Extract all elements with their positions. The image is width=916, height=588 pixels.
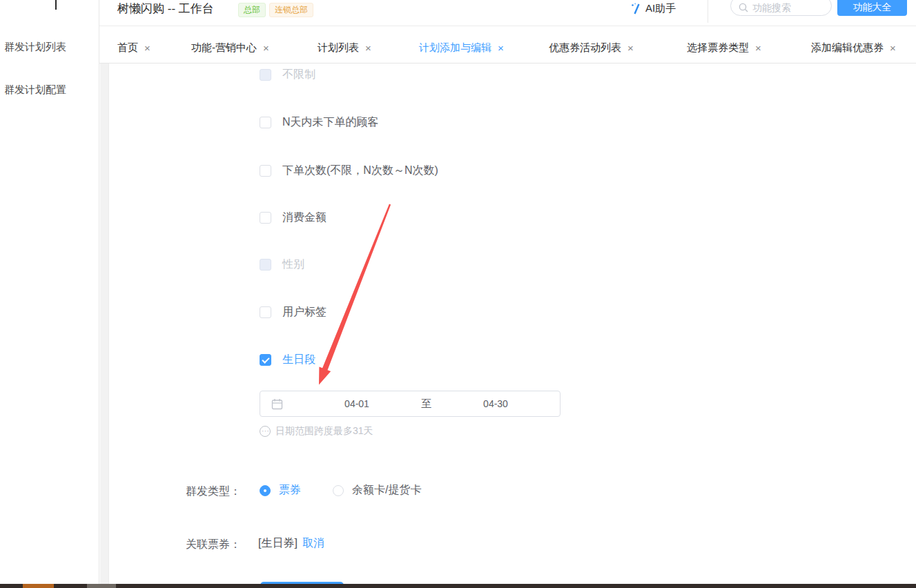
checkbox-label: 生日段 — [282, 353, 315, 367]
checkbox-icon — [260, 212, 271, 224]
send-type-label: 群发类型： — [186, 484, 241, 499]
tab-bar: 首页× 功能-营销中心× 计划列表× 计划添加与编辑× 优惠券活动列表× 选择票… — [99, 26, 916, 63]
header: 树懒闪购 -- 工作台 总部 连锁总部 AI助手 功能大全 — [99, 0, 916, 26]
close-tab-icon[interactable]: × — [890, 43, 896, 53]
calendar-icon — [271, 398, 283, 410]
tab-marketing-center[interactable]: 功能-营销中心× — [191, 41, 269, 55]
close-tab-icon[interactable]: × — [263, 43, 269, 53]
ai-assistant-label: AI助手 — [645, 2, 676, 15]
taskbar-icon-segment — [87, 584, 116, 588]
checkbox-icon — [260, 69, 271, 81]
linked-ticket-value: [生日券] — [258, 536, 298, 551]
scrollbar-track[interactable] — [100, 63, 109, 584]
linked-ticket-label: 关联票券： — [186, 538, 241, 552]
checkbox-label: 下单次数(不限，N次数～N次数) — [282, 164, 438, 178]
tab-home[interactable]: 首页× — [117, 41, 150, 55]
tab-plan-list[interactable]: 计划列表× — [318, 41, 371, 55]
radio-balance-card[interactable]: 余额卡/提货卡 — [333, 483, 421, 498]
hq-badge: 总部 — [238, 3, 266, 17]
feature-search[interactable] — [730, 0, 832, 16]
sidebar: 群发计划列表 群发计划配置 — [0, 0, 99, 588]
page-title: 树懒闪购 -- 工作台 — [117, 1, 214, 17]
tab-label: 计划添加与编辑 — [419, 41, 491, 55]
checkbox-gender[interactable]: 性别 — [260, 256, 304, 273]
tab-label: 优惠券活动列表 — [549, 41, 621, 55]
tab-label: 首页 — [117, 41, 138, 55]
tab-ticket-type[interactable]: 选择票券类型× — [687, 41, 761, 55]
close-tab-icon[interactable]: × — [365, 43, 371, 53]
range-separator: 至 — [421, 398, 431, 411]
range-end-input[interactable]: 04-30 — [431, 398, 560, 409]
range-hint-text: 日期范围跨度最多31天 — [275, 425, 373, 438]
checkbox-icon — [260, 306, 271, 318]
checkbox-spend-amount[interactable]: 消费金额 — [260, 209, 327, 226]
checkbox-icon — [260, 165, 271, 177]
checkbox-birthday-range[interactable]: 生日段 — [260, 351, 315, 368]
search-input[interactable] — [752, 2, 821, 13]
header-divider — [708, 0, 708, 23]
tab-edit-coupon[interactable]: 添加编辑优惠券× — [811, 41, 896, 55]
chain-hq-badge: 连锁总部 — [269, 3, 313, 17]
sidebar-item-plan-config[interactable]: 群发计划配置 — [4, 84, 66, 97]
tab-label: 选择票券类型 — [687, 41, 749, 55]
checkbox-no-limit[interactable]: 不限制 — [260, 66, 315, 83]
checkbox-label: N天内未下单的顾客 — [282, 115, 379, 130]
range-hint: ⋯ 日期范围跨度最多31天 — [260, 425, 373, 438]
text-caret — [55, 0, 57, 10]
main-content: 不限制 N天内未下单的顾客 下单次数(不限，N次数～N次数) 消费金额 性别 用… — [109, 63, 916, 588]
checkbox-label: 消费金额 — [282, 210, 327, 225]
tab-label: 功能-营销中心 — [191, 41, 257, 55]
ai-assistant-button[interactable]: AI助手 — [631, 2, 676, 15]
message-icon: ⋯ — [260, 426, 271, 437]
tab-plan-edit[interactable]: 计划添加与编辑× — [419, 41, 504, 55]
radio-label: 票券 — [279, 483, 301, 498]
close-tab-icon[interactable]: × — [498, 43, 504, 53]
checkbox-no-order-n-days[interactable]: N天内未下单的顾客 — [260, 114, 379, 130]
checkbox-label: 不限制 — [282, 68, 315, 82]
all-features-button[interactable]: 功能大全 — [837, 0, 907, 16]
checkbox-label: 用户标签 — [282, 305, 327, 320]
close-tab-icon[interactable]: × — [755, 43, 761, 53]
range-start-input[interactable]: 04-01 — [293, 398, 421, 409]
send-type-radio-group: 票券 余额卡/提货卡 — [260, 483, 421, 498]
checkbox-order-count[interactable]: 下单次数(不限，N次数～N次数) — [260, 162, 438, 179]
sidebar-item-plan-list[interactable]: 群发计划列表 — [4, 41, 66, 54]
windows-taskbar-edge[interactable] — [0, 584, 916, 588]
cancel-link[interactable]: 取消 — [302, 536, 324, 551]
taskbar-icon-segment — [23, 584, 54, 588]
checkbox-icon — [260, 259, 271, 271]
linked-ticket-row: [生日券] 取消 — [258, 536, 324, 551]
tab-label: 添加编辑优惠券 — [811, 41, 884, 55]
radio-label: 余额卡/提货卡 — [352, 483, 421, 498]
tab-label: 计划列表 — [318, 41, 359, 55]
radio-ticket[interactable]: 票券 — [260, 483, 301, 498]
checkbox-icon — [260, 117, 271, 128]
search-icon — [739, 3, 748, 12]
checkbox-label: 性别 — [282, 257, 304, 272]
checkbox-user-tag[interactable]: 用户标签 — [260, 304, 327, 320]
radio-icon — [333, 485, 344, 496]
close-tab-icon[interactable]: × — [627, 43, 634, 53]
checkbox-icon — [260, 354, 271, 366]
close-tab-icon[interactable]: × — [144, 43, 150, 53]
radio-icon — [260, 485, 271, 496]
birthday-date-range-picker[interactable]: 04-01 至 04-30 — [260, 391, 561, 417]
tab-coupon-activity-list[interactable]: 优惠券活动列表× — [549, 41, 634, 55]
ai-sparkle-icon — [631, 3, 643, 14]
